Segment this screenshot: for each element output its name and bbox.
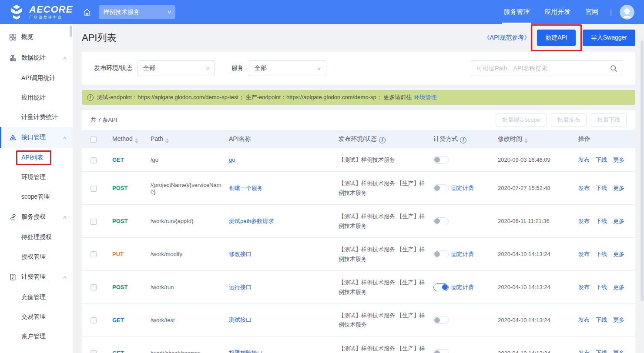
row-checkbox[interactable] bbox=[91, 350, 97, 353]
row-action-发布[interactable]: 发布 bbox=[578, 284, 590, 290]
row-action-更多[interactable]: 更多 bbox=[613, 218, 624, 224]
env-filter-select[interactable]: 全部 ∨ bbox=[138, 60, 215, 76]
billing-toggle[interactable] bbox=[433, 283, 449, 291]
sidebar-item-label: 交易管理 bbox=[21, 313, 46, 321]
row-action-更多[interactable]: 更多 bbox=[613, 284, 624, 290]
sidebar-item-环境管理[interactable]: 环境管理 bbox=[0, 167, 73, 187]
sidebar-item-充值管理[interactable]: 充值管理 bbox=[0, 287, 73, 307]
batch-button-2[interactable]: 批量发布 bbox=[551, 113, 587, 127]
batch-button-1[interactable]: 批量绑定scope bbox=[496, 113, 547, 127]
row-checkbox[interactable] bbox=[91, 157, 97, 163]
nav-divider: | bbox=[610, 9, 612, 16]
row-action-发布[interactable]: 发布 bbox=[578, 316, 590, 323]
create-api-button[interactable]: 新建API bbox=[537, 30, 576, 46]
row-action-更多[interactable]: 更多 bbox=[613, 185, 624, 191]
sidebar-item-API列表[interactable]: API列表 bbox=[0, 148, 73, 167]
column-header-发布环境/状态[interactable]: 发布环境/状态i bbox=[335, 130, 430, 148]
search-icon[interactable] bbox=[610, 65, 617, 72]
top-nav-item[interactable]: 应用开发 bbox=[544, 0, 570, 24]
sidebar-group-5[interactable]: 计费管理∧ bbox=[0, 266, 73, 287]
sort-icon[interactable] bbox=[165, 138, 169, 143]
column-header-计费方式[interactable]: 计费方式i bbox=[430, 130, 494, 148]
sort-icon[interactable] bbox=[524, 138, 528, 143]
env-status: 【测试】样例技术服务 bbox=[339, 157, 395, 163]
sidebar-group-1[interactable]: 概览 bbox=[0, 27, 73, 47]
sidebar-group-6[interactable]: 服务运营∧ bbox=[0, 346, 73, 353]
sidebar-item-交易管理[interactable]: 交易管理 bbox=[0, 307, 73, 326]
top-nav-item[interactable]: 官网 bbox=[585, 0, 598, 24]
column-header-修改时间[interactable]: 修改时间 bbox=[494, 130, 575, 148]
billing-type-link[interactable]: 固定计费 bbox=[451, 250, 474, 258]
api-name-link[interactable]: 权限校验接口 bbox=[229, 350, 263, 353]
sidebar-group-2[interactable]: 数据统计∧ bbox=[0, 47, 73, 68]
row-checkbox[interactable] bbox=[91, 317, 97, 323]
service-selector-value: 样例技术服务 bbox=[103, 8, 140, 16]
sidebar-item-应用统计[interactable]: 应用统计 bbox=[0, 88, 73, 107]
sidebar-item-计量计费统计[interactable]: 计量计费统计 bbox=[0, 107, 73, 127]
service-selector[interactable]: 样例技术服务 ∨ bbox=[99, 5, 175, 19]
import-swagger-button[interactable]: 导入Swagger bbox=[583, 30, 635, 46]
row-action-发布[interactable]: 发布 bbox=[578, 218, 590, 224]
row-checkbox[interactable] bbox=[91, 219, 97, 225]
billing-toggle[interactable] bbox=[433, 184, 449, 192]
row-action-发布[interactable]: 发布 bbox=[578, 251, 590, 257]
api-path: /{projectName}/{serviceName} bbox=[151, 182, 221, 195]
sidebar-item-账户管理[interactable]: 账户管理 bbox=[0, 326, 73, 346]
row-action-下线[interactable]: 下线 bbox=[596, 284, 607, 290]
row-action-发布[interactable]: 发布 bbox=[578, 350, 590, 353]
row-action-下线[interactable]: 下线 bbox=[596, 157, 607, 163]
sidebar-group-3[interactable]: 接口管理∧ bbox=[0, 127, 73, 148]
billing-toggle[interactable] bbox=[433, 316, 449, 324]
billing-type-link[interactable]: 固定计费 bbox=[451, 184, 474, 192]
column-header-Method[interactable]: Method bbox=[109, 130, 147, 148]
select-all-checkbox[interactable] bbox=[91, 137, 97, 143]
sidebar-item-label: 账户管理 bbox=[21, 333, 46, 340]
billing-toggle[interactable] bbox=[433, 156, 449, 164]
search-input[interactable] bbox=[476, 65, 610, 72]
billing-toggle[interactable] bbox=[433, 349, 449, 353]
page-scrollbar[interactable] bbox=[640, 24, 644, 353]
api-name-link[interactable]: 测试path参数请求 bbox=[229, 218, 274, 224]
row-action-下线[interactable]: 下线 bbox=[596, 350, 607, 353]
row-action-更多[interactable]: 更多 bbox=[613, 251, 624, 257]
sidebar-group-4[interactable]: 服务授权∧ bbox=[0, 206, 73, 227]
home-icon[interactable] bbox=[81, 7, 93, 18]
sort-icon[interactable] bbox=[135, 138, 138, 143]
sidebar-item-scope管理[interactable]: scope管理 bbox=[0, 187, 73, 206]
column-header-Path[interactable]: Path bbox=[147, 130, 225, 148]
row-checkbox[interactable] bbox=[91, 284, 97, 290]
top-nav-item[interactable]: 服务管理 bbox=[503, 0, 530, 24]
row-action-发布[interactable]: 发布 bbox=[578, 157, 590, 163]
sidebar-item-待处理授权[interactable]: 待处理授权 bbox=[0, 227, 73, 247]
env-manage-link[interactable]: 环境管理 bbox=[414, 93, 436, 101]
row-action-更多[interactable]: 更多 bbox=[613, 157, 624, 163]
row-action-发布[interactable]: 发布 bbox=[578, 185, 590, 191]
api-name-link[interactable]: go bbox=[229, 157, 235, 163]
user-avatar[interactable] bbox=[620, 5, 634, 20]
sidebar-item-授权管理[interactable]: 授权管理 bbox=[0, 247, 73, 266]
billing-toggle[interactable] bbox=[433, 217, 449, 225]
row-action-下线[interactable]: 下线 bbox=[596, 316, 607, 323]
batch-button-3[interactable]: 批量下线 bbox=[591, 113, 627, 127]
api-spec-link[interactable]: 《API规范参考》 bbox=[484, 34, 530, 42]
api-name-link[interactable]: 创建一个服务 bbox=[229, 185, 263, 191]
info-icon[interactable]: i bbox=[379, 137, 386, 143]
service-filter-select[interactable]: 全部 ∨ bbox=[249, 60, 326, 76]
api-name-link[interactable]: 修改接口 bbox=[229, 251, 252, 257]
table-row: POST/work/run运行接口【测试】样例技术服务 【生产】样例技术服务固定… bbox=[82, 271, 635, 304]
billing-type-link[interactable]: 固定计费 bbox=[451, 283, 474, 291]
info-icon[interactable]: i bbox=[460, 137, 466, 143]
api-name-link[interactable]: 运行接口 bbox=[229, 284, 252, 290]
row-checkbox[interactable] bbox=[91, 251, 97, 257]
row-action-下线[interactable]: 下线 bbox=[596, 251, 607, 257]
row-action-更多[interactable]: 更多 bbox=[613, 350, 624, 353]
api-name-link[interactable]: 测试接口 bbox=[229, 316, 252, 323]
row-action-下线[interactable]: 下线 bbox=[596, 218, 607, 224]
row-action-下线[interactable]: 下线 bbox=[596, 185, 607, 191]
billing-toggle[interactable] bbox=[433, 250, 449, 258]
page-scrollbar-thumb[interactable] bbox=[641, 40, 644, 301]
logo-cube-icon bbox=[8, 3, 25, 21]
row-action-更多[interactable]: 更多 bbox=[613, 316, 624, 323]
row-checkbox[interactable] bbox=[91, 186, 97, 192]
sidebar-item-API调用统计[interactable]: API调用统计 bbox=[0, 68, 73, 88]
